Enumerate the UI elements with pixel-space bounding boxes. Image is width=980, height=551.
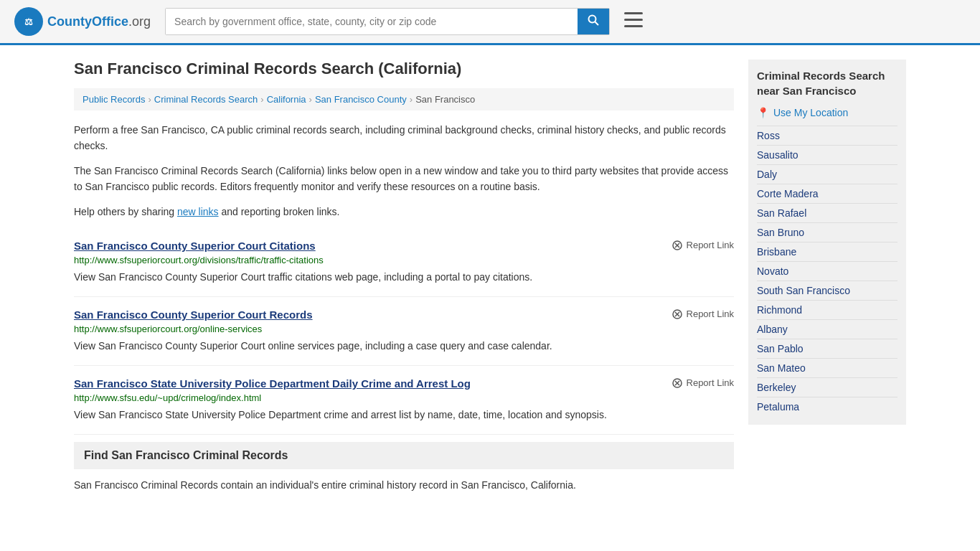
breadcrumb-sf: San Francisco (415, 94, 475, 105)
sidebar-link-albany[interactable]: Albany (757, 324, 788, 335)
sidebar: Criminal Records Search near San Francis… (748, 60, 906, 493)
report-icon-2 (672, 309, 683, 320)
breadcrumb-sep-4: › (410, 94, 413, 105)
sidebar-link-daly[interactable]: Daly (757, 169, 777, 180)
description-2: The San Francisco Criminal Records Searc… (74, 163, 734, 195)
sidebar-link-san-mateo[interactable]: San Mateo (757, 362, 806, 374)
sidebar-link-richmond[interactable]: Richmond (757, 304, 802, 316)
result-item-3: San Francisco State University Police De… (74, 366, 734, 435)
location-pin-icon: 📍 (757, 107, 769, 118)
section-header: Find San Francisco Criminal Records (74, 442, 734, 469)
sidebar-link-novato[interactable]: Novato (757, 265, 788, 277)
sidebar-link-item-south-san-francisco: South San Francisco (757, 281, 897, 300)
main-content: San Francisco Criminal Records Search (C… (74, 60, 734, 493)
sidebar-link-san-rafael[interactable]: San Rafael (757, 207, 806, 219)
sidebar-link-item-richmond: Richmond (757, 300, 897, 319)
result-item-1: San Francisco County Superior Court Cita… (74, 228, 734, 297)
svg-rect-6 (624, 25, 643, 27)
sidebar-link-san-pablo[interactable]: San Pablo (757, 343, 804, 354)
breadcrumb-sep-2: › (260, 94, 263, 105)
sidebar-link-item-albany: Albany (757, 319, 897, 339)
result-header-2: San Francisco County Superior Court Reco… (74, 309, 734, 321)
sidebar-link-item-san-mateo: San Mateo (757, 358, 897, 377)
sidebar-link-item-san-rafael: San Rafael (757, 203, 897, 222)
sidebar-link-item-corte-madera: Corte Madera (757, 184, 897, 203)
sidebar-link-ross[interactable]: Ross (757, 130, 780, 141)
sidebar-link-item-daly: Daly (757, 164, 897, 184)
report-link-2[interactable]: Report Link (672, 309, 734, 320)
breadcrumb-sf-county[interactable]: San Francisco County (315, 94, 407, 105)
search-bar (165, 8, 610, 35)
menu-button[interactable] (624, 12, 643, 31)
sidebar-link-south-san-francisco[interactable]: South San Francisco (757, 285, 850, 296)
sidebar-link-sausalito[interactable]: Sausalito (757, 149, 798, 161)
result-header-1: San Francisco County Superior Court Cita… (74, 240, 734, 252)
breadcrumb: Public Records › Criminal Records Search… (74, 88, 734, 110)
logo-text: CountyOffice.org (47, 14, 151, 29)
sidebar-link-item-petaluma: Petaluma (757, 397, 897, 416)
logo-icon: ⚖ (14, 7, 43, 36)
svg-point-2 (589, 16, 596, 23)
page-container: San Francisco Criminal Records Search (C… (60, 45, 920, 507)
hamburger-icon (624, 12, 643, 28)
search-input[interactable] (166, 9, 578, 34)
sidebar-link-item-san-bruno: San Bruno (757, 222, 897, 242)
report-icon-1 (672, 240, 683, 251)
search-button[interactable] (578, 9, 609, 34)
sidebar-link-brisbane[interactable]: Brisbane (757, 246, 796, 258)
report-link-3[interactable]: Report Link (672, 377, 734, 389)
sidebar-link-item-ross: Ross (757, 126, 897, 145)
sidebar-box: Criminal Records Search near San Francis… (748, 60, 906, 425)
svg-text:⚖: ⚖ (24, 17, 33, 27)
breadcrumb-sep-3: › (309, 94, 312, 105)
use-my-location-link[interactable]: 📍 Use My Location (757, 107, 897, 118)
sidebar-link-item-berkeley: Berkeley (757, 377, 897, 397)
logo-link[interactable]: ⚖ CountyOffice.org (14, 7, 151, 36)
sidebar-title: Criminal Records Search near San Francis… (757, 68, 897, 98)
sidebar-link-berkeley[interactable]: Berkeley (757, 382, 796, 393)
report-link-1[interactable]: Report Link (672, 240, 734, 251)
search-icon (588, 14, 599, 26)
nearby-links-list: Ross Sausalito Daly Corte Madera San Raf… (757, 126, 897, 416)
section-description: San Francisco Criminal Records contain a… (74, 469, 734, 493)
sidebar-link-petaluma[interactable]: Petaluma (757, 401, 799, 413)
svg-rect-5 (624, 19, 643, 21)
breadcrumb-public-records[interactable]: Public Records (83, 94, 145, 105)
report-icon-3 (672, 377, 683, 389)
result-url-1: http://www.sfsuperiorcourt.org/divisions… (74, 255, 734, 265)
result-item-2: San Francisco County Superior Court Reco… (74, 297, 734, 366)
sidebar-link-item-sausalito: Sausalito (757, 145, 897, 164)
result-title-3[interactable]: San Francisco State University Police De… (74, 377, 471, 390)
sidebar-link-san-bruno[interactable]: San Bruno (757, 227, 804, 238)
result-title-2[interactable]: San Francisco County Superior Court Reco… (74, 309, 313, 321)
result-url-2: http://www.sfsuperiorcourt.org/online-se… (74, 324, 734, 334)
breadcrumb-sep-1: › (148, 94, 151, 105)
site-header: ⚖ CountyOffice.org (0, 0, 980, 45)
sidebar-link-corte-madera[interactable]: Corte Madera (757, 188, 819, 199)
result-desc-2: View San Francisco County Superior Court… (74, 339, 734, 354)
result-title-1[interactable]: San Francisco County Superior Court Cita… (74, 240, 316, 252)
sidebar-link-item-brisbane: Brisbane (757, 242, 897, 261)
breadcrumb-california[interactable]: California (267, 94, 306, 105)
description-3: Help others by sharing new links and rep… (74, 204, 734, 220)
breadcrumb-criminal-records-search[interactable]: Criminal Records Search (154, 94, 258, 105)
result-header-3: San Francisco State University Police De… (74, 377, 734, 390)
svg-line-3 (595, 22, 599, 26)
page-title: San Francisco Criminal Records Search (C… (74, 60, 734, 78)
result-desc-3: View San Francisco State University Poli… (74, 408, 734, 423)
sidebar-link-item-san-pablo: San Pablo (757, 339, 897, 358)
sidebar-link-item-novato: Novato (757, 261, 897, 281)
result-desc-1: View San Francisco County Superior Court… (74, 270, 734, 285)
result-url-3: http://www.sfsu.edu/~upd/crimelog/index.… (74, 392, 734, 403)
description-1: Perform a free San Francisco, CA public … (74, 122, 734, 154)
new-links-link[interactable]: new links (177, 206, 219, 217)
svg-rect-4 (624, 12, 643, 14)
